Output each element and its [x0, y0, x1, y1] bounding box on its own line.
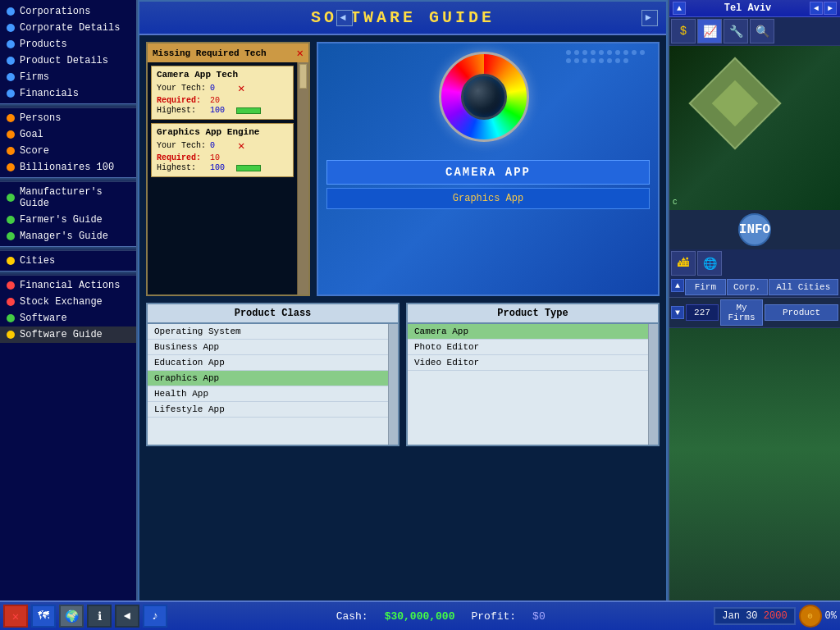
- class-row-education[interactable]: Education App: [148, 355, 388, 371]
- dots-decoration: [559, 43, 658, 294]
- date-display: Jan 30 2000: [714, 607, 795, 625]
- tech-scrollbar[interactable]: [297, 62, 308, 294]
- all-cities-button[interactable]: All Cities: [769, 279, 839, 295]
- globe-ctrl-button[interactable]: 🌍: [59, 605, 84, 628]
- cash-value: $30,000,000: [385, 610, 455, 623]
- your-tech-label-2: Your Tech:: [157, 141, 210, 150]
- dot-icon: [7, 57, 15, 65]
- exit-button[interactable]: ✕: [3, 605, 28, 628]
- sidebar-item-manufacturer-guide[interactable]: Manufacturer's Guide: [0, 184, 136, 212]
- sidebar-item-cities[interactable]: Cities: [0, 253, 136, 269]
- tech-close-button[interactable]: ✕: [297, 46, 304, 60]
- product-button[interactable]: Product: [765, 304, 838, 321]
- dot-icon: [7, 298, 15, 306]
- mini-map[interactable]: C: [669, 46, 840, 210]
- info-button[interactable]: INFO: [738, 213, 771, 246]
- dot-icon: [7, 24, 15, 32]
- chart-icon[interactable]: 📈: [697, 19, 722, 43]
- sidebar-item-financial-actions[interactable]: Financial Actions: [0, 277, 136, 294]
- table-inner-type: Camera App Photo Editor Video Editor: [408, 324, 658, 445]
- city-icon[interactable]: 🏙: [671, 251, 696, 276]
- corp-button[interactable]: Corp.: [727, 279, 768, 295]
- cash-display: Cash: $30,000,000 Profit: $0: [171, 610, 710, 623]
- sidebar-item-score[interactable]: Score: [0, 143, 136, 159]
- type-row-photo[interactable]: Photo Editor: [408, 340, 648, 355]
- tech-requirements-panel: Missing Required Tech ✕ Camera App Tech …: [146, 42, 310, 296]
- your-tech-value-2: 0: [210, 141, 235, 150]
- my-firms-button[interactable]: My Firms: [720, 299, 763, 326]
- sidebar-item-stock-exchange[interactable]: Stock Exchange: [0, 294, 136, 310]
- map-button[interactable]: 🗺: [31, 605, 56, 628]
- money-icon[interactable]: $: [671, 19, 696, 43]
- firm-buttons-row: ▲ Firm Corp. All Cities: [669, 277, 840, 298]
- sidebar-item-firms[interactable]: Firms: [0, 69, 136, 85]
- sidebar-item-software-guide[interactable]: Software Guide: [0, 326, 136, 343]
- content-area: Missing Required Tech ✕ Camera App Tech …: [139, 35, 666, 628]
- main-content-panel: ◄ SOFTWARE GUIDE ► Missing Required Tech…: [138, 0, 668, 630]
- nav-right-button[interactable]: ►: [641, 10, 658, 26]
- sidebar-item-goal[interactable]: Goal: [0, 126, 136, 143]
- sidebar-item-software[interactable]: Software: [0, 310, 136, 326]
- highest-label-2: Highest:: [157, 163, 210, 172]
- control-bar: ✕ 🗺 🌍 ℹ ◄ ♪ Cash: $30,000,000 Profit: $0…: [0, 600, 840, 630]
- map-nav-right[interactable]: ►: [824, 2, 837, 15]
- info-ctrl-button[interactable]: ℹ: [87, 605, 112, 628]
- globe-icon[interactable]: 🌐: [697, 251, 722, 276]
- required-label: Required:: [157, 96, 210, 105]
- type-row-video[interactable]: Video Editor: [408, 355, 648, 371]
- sidebar-item-corporations[interactable]: Corporations: [0, 3, 136, 20]
- table-inner-class: Operating System Business App Education …: [148, 324, 398, 445]
- your-tech-value: 0: [210, 84, 235, 93]
- highest-value-2: 100: [210, 163, 235, 172]
- dot-icon: [7, 7, 15, 16]
- sidebar-item-manager-guide[interactable]: Manager's Guide: [0, 228, 136, 244]
- tech-item-graphics: Graphics App Engine Your Tech: 0 ✕ Requi…: [151, 123, 294, 177]
- class-table-scrollbar[interactable]: [388, 324, 398, 445]
- firm-button[interactable]: Firm: [685, 279, 726, 295]
- tech-scroll-area: Camera App Tech Your Tech: 0 ✕ Required:…: [148, 62, 297, 294]
- sidebar-item-financials[interactable]: Financials: [0, 85, 136, 102]
- game-map-view: +: [669, 328, 840, 630]
- map-nav-left[interactable]: ◄: [810, 2, 823, 15]
- map-nav-up[interactable]: ▲: [673, 2, 686, 15]
- class-row-os[interactable]: Operating System: [148, 324, 388, 340]
- nav-left-button[interactable]: ◄: [336, 10, 353, 26]
- dot-icon: [7, 73, 15, 81]
- tech-item-camera: Camera App Tech Your Tech: 0 ✕ Required:…: [151, 66, 294, 120]
- sidebar-item-product-details[interactable]: Product Details: [0, 52, 136, 69]
- scroll-thumb: [299, 64, 307, 89]
- firm-count-row: ▼ 227 My Firms Product: [669, 298, 840, 328]
- sidebar-item-billionaires[interactable]: Billionaires 100: [0, 159, 136, 176]
- dot-icon: [7, 257, 15, 265]
- tech-required-row-2: Required: 10: [157, 153, 288, 162]
- class-row-business[interactable]: Business App: [148, 340, 388, 355]
- required-value-2: 10: [210, 153, 235, 162]
- cash-label: Cash:: [336, 610, 368, 623]
- your-tech-label: Your Tech:: [157, 84, 210, 93]
- firm-down-arrow[interactable]: ▼: [671, 306, 684, 319]
- profit-label: Profit:: [471, 610, 516, 623]
- sidebar-item-products[interactable]: Products: [0, 36, 136, 52]
- sidebar-item-persons[interactable]: Persons: [0, 110, 136, 126]
- firm-count: 227: [686, 304, 719, 321]
- type-row-camera[interactable]: Camera App: [408, 324, 648, 340]
- music-button[interactable]: ♪: [143, 605, 167, 628]
- class-row-health[interactable]: Health App: [148, 386, 388, 402]
- profit-value: $0: [532, 610, 546, 623]
- sidebar-item-farmer-guide[interactable]: Farmer's Guide: [0, 212, 136, 228]
- class-row-graphics[interactable]: Graphics App: [148, 371, 388, 386]
- sidebar-divider-2: [0, 177, 136, 182]
- back-button[interactable]: ◄: [115, 605, 139, 628]
- product-class-header: Product Class: [148, 304, 398, 324]
- progress-circle-button[interactable]: ⊙: [799, 605, 822, 628]
- sidebar-item-corporate-details[interactable]: Corporate Details: [0, 20, 136, 36]
- firm-up-arrow[interactable]: ▲: [671, 279, 684, 292]
- wrench-icon[interactable]: 🔧: [724, 19, 748, 43]
- tech-title-label: Missing Required Tech: [153, 48, 267, 58]
- type-table-scrollbar[interactable]: [648, 324, 658, 445]
- right-map-panel: ▲ Tel Aviv ◄ ► $ 📈 🔧 🔍 C INFO: [668, 0, 840, 630]
- search-icon[interactable]: 🔍: [750, 19, 774, 43]
- product-type-body: Camera App Photo Editor Video Editor: [408, 324, 648, 445]
- class-row-lifestyle[interactable]: Lifestyle App: [148, 402, 388, 418]
- tech-bar-2: [236, 165, 261, 171]
